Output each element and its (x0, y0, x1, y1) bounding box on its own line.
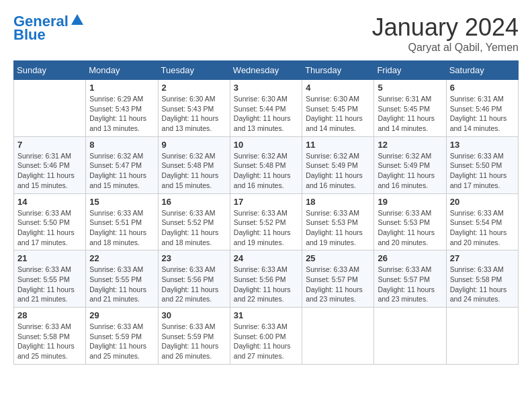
day-info: Sunrise: 6:33 AMSunset: 5:56 PMDaylight:… (162, 265, 226, 304)
svg-marker-0 (71, 14, 83, 25)
logo-blue-text: Blue (13, 27, 46, 43)
day-number: 1 (89, 83, 154, 93)
day-info: Sunrise: 6:32 AMSunset: 5:48 PMDaylight:… (162, 151, 226, 191)
table-row: 21Sunrise: 6:33 AMSunset: 5:55 PMDayligh… (14, 250, 86, 308)
table-row: 5Sunrise: 6:31 AMSunset: 5:45 PMDaylight… (374, 80, 446, 137)
day-number: 7 (17, 140, 82, 150)
day-info: Sunrise: 6:30 AMSunset: 5:44 PMDaylight:… (234, 94, 298, 134)
day-info: Sunrise: 6:33 AMSunset: 5:53 PMDaylight:… (378, 208, 442, 248)
table-row (302, 308, 374, 365)
logo: General Blue (13, 13, 85, 43)
table-row: 18Sunrise: 6:33 AMSunset: 5:53 PMDayligh… (302, 193, 374, 250)
day-number: 23 (162, 253, 226, 263)
table-row (446, 308, 518, 365)
day-number: 28 (17, 310, 82, 320)
table-row (14, 80, 86, 137)
col-saturday: Saturday (446, 61, 518, 80)
day-number: 8 (89, 140, 154, 150)
table-row: 12Sunrise: 6:32 AMSunset: 5:49 PMDayligh… (374, 136, 446, 193)
day-number: 5 (378, 83, 442, 93)
day-number: 11 (306, 140, 370, 150)
day-info: Sunrise: 6:33 AMSunset: 5:57 PMDaylight:… (378, 265, 442, 304)
calendar-week-2: 7Sunrise: 6:31 AMSunset: 5:46 PMDaylight… (14, 136, 519, 193)
day-info: Sunrise: 6:32 AMSunset: 5:49 PMDaylight:… (306, 151, 370, 191)
calendar-week-1: 1Sunrise: 6:29 AMSunset: 5:43 PMDaylight… (14, 80, 519, 137)
calendar-week-5: 28Sunrise: 6:33 AMSunset: 5:58 PMDayligh… (14, 308, 519, 365)
title-area: January 2024 Qaryat al Qabil, Yemen (372, 13, 519, 54)
day-info: Sunrise: 6:30 AMSunset: 5:43 PMDaylight:… (162, 94, 226, 134)
calendar-week-3: 14Sunrise: 6:33 AMSunset: 5:50 PMDayligh… (14, 193, 519, 250)
location-text: Qaryat al Qabil, Yemen (372, 42, 519, 54)
day-info: Sunrise: 6:33 AMSunset: 5:58 PMDaylight:… (17, 322, 82, 361)
day-number: 20 (450, 197, 515, 207)
day-number: 15 (89, 197, 154, 207)
day-number: 21 (17, 253, 82, 263)
day-number: 30 (162, 310, 226, 320)
col-tuesday: Tuesday (158, 61, 230, 80)
table-row: 30Sunrise: 6:33 AMSunset: 5:59 PMDayligh… (158, 308, 230, 365)
table-row: 7Sunrise: 6:31 AMSunset: 5:46 PMDaylight… (14, 136, 86, 193)
day-info: Sunrise: 6:32 AMSunset: 5:47 PMDaylight:… (89, 151, 154, 191)
col-monday: Monday (86, 61, 158, 80)
day-number: 13 (450, 140, 515, 150)
day-info: Sunrise: 6:33 AMSunset: 5:53 PMDaylight:… (306, 208, 370, 248)
table-row: 24Sunrise: 6:33 AMSunset: 5:56 PMDayligh… (230, 250, 302, 308)
day-info: Sunrise: 6:29 AMSunset: 5:43 PMDaylight:… (89, 94, 154, 134)
day-number: 17 (234, 197, 298, 207)
table-row: 8Sunrise: 6:32 AMSunset: 5:47 PMDaylight… (86, 136, 158, 193)
day-info: Sunrise: 6:33 AMSunset: 5:59 PMDaylight:… (89, 322, 154, 361)
month-title: January 2024 (372, 13, 519, 42)
day-number: 25 (306, 253, 370, 263)
table-row: 26Sunrise: 6:33 AMSunset: 5:57 PMDayligh… (374, 250, 446, 308)
table-row: 1Sunrise: 6:29 AMSunset: 5:43 PMDaylight… (86, 80, 158, 137)
table-row: 31Sunrise: 6:33 AMSunset: 6:00 PMDayligh… (230, 308, 302, 365)
logo-icon (70, 13, 85, 28)
day-info: Sunrise: 6:33 AMSunset: 5:51 PMDaylight:… (89, 208, 154, 248)
table-row: 15Sunrise: 6:33 AMSunset: 5:51 PMDayligh… (86, 193, 158, 250)
day-info: Sunrise: 6:32 AMSunset: 5:49 PMDaylight:… (378, 151, 442, 191)
table-row: 11Sunrise: 6:32 AMSunset: 5:49 PMDayligh… (302, 136, 374, 193)
day-number: 24 (234, 253, 298, 263)
table-row: 27Sunrise: 6:33 AMSunset: 5:58 PMDayligh… (446, 250, 518, 308)
day-info: Sunrise: 6:33 AMSunset: 5:55 PMDaylight:… (89, 265, 154, 304)
day-number: 18 (306, 197, 370, 207)
table-row: 28Sunrise: 6:33 AMSunset: 5:58 PMDayligh… (14, 308, 86, 365)
calendar-week-4: 21Sunrise: 6:33 AMSunset: 5:55 PMDayligh… (14, 250, 519, 308)
table-row (374, 308, 446, 365)
table-row: 2Sunrise: 6:30 AMSunset: 5:43 PMDaylight… (158, 80, 230, 137)
table-row: 20Sunrise: 6:33 AMSunset: 5:54 PMDayligh… (446, 193, 518, 250)
col-thursday: Thursday (302, 61, 374, 80)
table-row: 19Sunrise: 6:33 AMSunset: 5:53 PMDayligh… (374, 193, 446, 250)
day-info: Sunrise: 6:33 AMSunset: 5:50 PMDaylight:… (17, 208, 82, 248)
day-info: Sunrise: 6:33 AMSunset: 5:56 PMDaylight:… (234, 265, 298, 304)
day-info: Sunrise: 6:33 AMSunset: 5:54 PMDaylight:… (450, 208, 515, 248)
header-row: Sunday Monday Tuesday Wednesday Thursday… (14, 61, 519, 80)
day-number: 27 (450, 253, 515, 263)
calendar-table: Sunday Monday Tuesday Wednesday Thursday… (13, 60, 519, 365)
day-info: Sunrise: 6:33 AMSunset: 5:52 PMDaylight:… (162, 208, 226, 248)
day-number: 31 (234, 310, 298, 320)
table-row: 13Sunrise: 6:33 AMSunset: 5:50 PMDayligh… (446, 136, 518, 193)
day-number: 3 (234, 83, 298, 93)
day-number: 22 (89, 253, 154, 263)
day-info: Sunrise: 6:33 AMSunset: 5:57 PMDaylight:… (306, 265, 370, 304)
day-number: 2 (162, 83, 226, 93)
table-row: 3Sunrise: 6:30 AMSunset: 5:44 PMDaylight… (230, 80, 302, 137)
day-info: Sunrise: 6:32 AMSunset: 5:48 PMDaylight:… (234, 151, 298, 191)
day-number: 14 (17, 197, 82, 207)
table-row: 6Sunrise: 6:31 AMSunset: 5:46 PMDaylight… (446, 80, 518, 137)
day-info: Sunrise: 6:33 AMSunset: 5:59 PMDaylight:… (162, 322, 226, 361)
day-info: Sunrise: 6:33 AMSunset: 5:50 PMDaylight:… (450, 151, 515, 191)
day-number: 4 (306, 83, 370, 93)
table-row: 14Sunrise: 6:33 AMSunset: 5:50 PMDayligh… (14, 193, 86, 250)
day-info: Sunrise: 6:30 AMSunset: 5:45 PMDaylight:… (306, 94, 370, 134)
table-row: 17Sunrise: 6:33 AMSunset: 5:52 PMDayligh… (230, 193, 302, 250)
day-number: 26 (378, 253, 442, 263)
day-number: 6 (450, 83, 515, 93)
table-row: 22Sunrise: 6:33 AMSunset: 5:55 PMDayligh… (86, 250, 158, 308)
table-row: 4Sunrise: 6:30 AMSunset: 5:45 PMDaylight… (302, 80, 374, 137)
page-header: General Blue January 2024 Qaryat al Qabi… (13, 13, 519, 54)
day-info: Sunrise: 6:33 AMSunset: 5:58 PMDaylight:… (450, 265, 515, 304)
table-row: 9Sunrise: 6:32 AMSunset: 5:48 PMDaylight… (158, 136, 230, 193)
day-info: Sunrise: 6:31 AMSunset: 5:45 PMDaylight:… (378, 94, 442, 134)
